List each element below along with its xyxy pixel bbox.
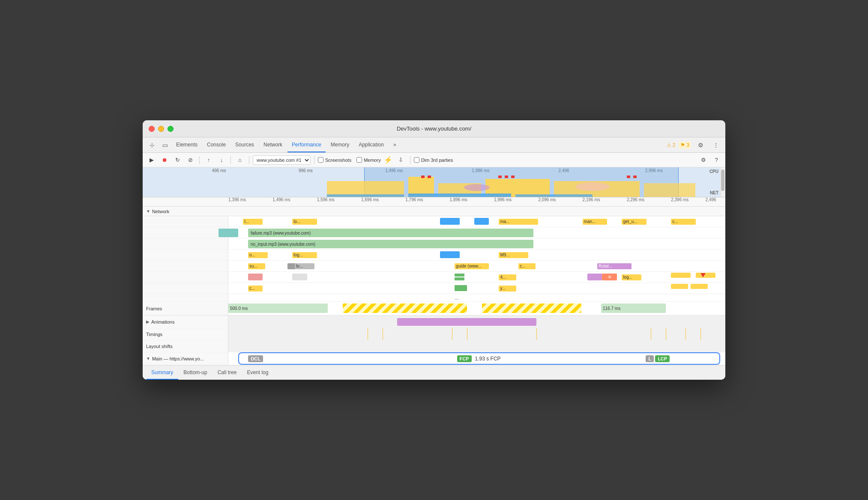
net-bar-o[interactable]: o...: [248, 252, 268, 258]
close-button[interactable]: [149, 126, 155, 132]
net-bar-blue1[interactable]: [440, 218, 460, 225]
network-label: Network: [152, 209, 169, 214]
target-select[interactable]: www.youtube.com #1: [253, 155, 311, 165]
net-bar-gear[interactable]: ⚙: [602, 274, 617, 280]
net-bar-pink[interactable]: [248, 274, 263, 280]
svg-rect-15: [515, 194, 593, 197]
bottom-tabs-bar: Summary Bottom-up Call tree Event log: [143, 365, 725, 380]
svg-rect-14: [408, 193, 511, 197]
toolbar: ▶ ⏺ ↻ ⊘ ↑ ↓ ⌂ www.youtube.com #1 Screens…: [143, 153, 725, 167]
more-options-icon[interactable]: ⋮: [710, 139, 722, 151]
timings-label: Timings: [143, 328, 228, 340]
timing-line-8: [685, 328, 686, 340]
net-bar-log[interactable]: log...: [292, 252, 317, 258]
net-bar-lo2[interactable]: lo...: [295, 263, 314, 269]
overview-scrollbar[interactable]: [720, 167, 725, 197]
animations-expand[interactable]: ▶: [146, 319, 150, 324]
home-icon[interactable]: ⌂: [234, 155, 245, 166]
net-bar-noinput-mp3[interactable]: no_input.mp3 (www.youtube.com): [248, 240, 533, 248]
animations-label[interactable]: ▶ Animations: [143, 315, 228, 328]
net-bar-log2[interactable]: log...: [622, 274, 641, 280]
network-expand-arrow[interactable]: ▼: [146, 209, 150, 214]
screenshots-checkbox[interactable]: [318, 157, 323, 163]
warning-badge[interactable]: ⚠ 2: [667, 142, 676, 148]
tab-event-log[interactable]: Event log: [242, 366, 273, 380]
net-bar-guide[interactable]: guide (www...: [455, 263, 489, 269]
svg-rect-23: [482, 304, 581, 313]
frames-content: 500.0 ms: [228, 302, 725, 315]
settings-icon[interactable]: ⚙: [694, 139, 706, 151]
memory-icon[interactable]: ⚡: [383, 155, 394, 166]
tab-bottom-up[interactable]: Bottom-up: [178, 366, 212, 380]
timing-line-4: [467, 328, 467, 340]
main-label[interactable]: ▼ Main — https://www.yo...: [143, 352, 228, 365]
net-bar-man[interactable]: man...: [583, 219, 607, 225]
fcp-value: 1.93 s FCP: [475, 356, 501, 362]
net-bar-y[interactable]: y...: [499, 286, 516, 292]
network-track-misc4: c... y...: [143, 283, 725, 294]
net-label: NET: [710, 190, 718, 195]
dcl-marker: DCL: [248, 355, 263, 362]
toolbar-help-icon[interactable]: ?: [711, 155, 722, 166]
net-bar-get[interactable]: get_u...: [622, 219, 646, 225]
tracks-container: ▼ Network l... lo... ma... man... get_u.…: [143, 207, 725, 365]
net-bar-blue2[interactable]: [474, 218, 489, 225]
tab-network[interactable]: Network: [259, 137, 287, 152]
net-bar-l[interactable]: l...: [243, 219, 263, 225]
error-badge[interactable]: ⚑ 3: [679, 142, 691, 149]
net-bar-m9[interactable]: M9...: [499, 252, 528, 258]
tab-elements[interactable]: Elements: [172, 137, 202, 152]
screenshots-checkbox-group: Screenshots: [318, 157, 351, 163]
net-bar-yel4[interactable]: [691, 284, 708, 289]
toolbar-settings-icon[interactable]: ⚙: [698, 155, 709, 166]
tab-memory[interactable]: Memory: [326, 137, 353, 152]
net-bar-green2[interactable]: [455, 277, 464, 280]
tab-summary[interactable]: Summary: [146, 366, 178, 380]
tab-performance[interactable]: Performance: [287, 137, 326, 152]
net-bar-c[interactable]: c...: [671, 219, 695, 225]
throttle-icon[interactable]: ⇩: [395, 155, 407, 166]
net-bar-yel3[interactable]: [671, 284, 688, 289]
net-bar-c3[interactable]: c...: [248, 286, 263, 292]
tab-call-tree[interactable]: Call tree: [213, 366, 242, 380]
record-icon[interactable]: ⏺: [159, 155, 170, 166]
cursor-icon[interactable]: ⊹: [146, 139, 158, 151]
net-bar-failure-mp3[interactable]: failure.mp3 (www.youtube.com): [248, 229, 533, 237]
tab-application[interactable]: Application: [354, 137, 388, 152]
tab-console[interactable]: Console: [203, 137, 230, 152]
reload-icon[interactable]: ↻: [172, 155, 183, 166]
net-bar-purple1[interactable]: [587, 274, 602, 280]
tab-sources[interactable]: Sources: [231, 137, 258, 152]
memory-checkbox[interactable]: [356, 157, 362, 163]
tab-more[interactable]: »: [389, 137, 401, 152]
maximize-button[interactable]: [168, 126, 174, 132]
net-bar-su[interactable]: su...: [248, 263, 265, 269]
net-bar-yel1[interactable]: [671, 273, 691, 278]
device-icon[interactable]: ▭: [159, 139, 171, 151]
net-bar-rotate[interactable]: Rotat...: [597, 263, 632, 269]
animations-row: ▶ Animations: [143, 315, 725, 328]
net-bar-c2[interactable]: c...: [518, 263, 536, 269]
frame-seg-2: [343, 304, 467, 313]
net-bar-green1[interactable]: [455, 274, 464, 277]
timings-content: [228, 328, 725, 340]
clear-icon[interactable]: ⊘: [185, 155, 196, 166]
main-expand[interactable]: ▼: [146, 356, 150, 361]
time-ruler: 1,396 ms 1,496 ms 1,596 ms 1,696 ms 1,79…: [143, 197, 725, 207]
net-bar-4[interactable]: 4...: [499, 274, 516, 280]
network-track-failure: failure.mp3 (www.youtube.com): [143, 227, 725, 238]
net-bar-ma[interactable]: ma...: [499, 219, 538, 225]
net-bar-lo[interactable]: lo...: [292, 219, 317, 225]
upload-icon[interactable]: ↑: [203, 155, 214, 166]
net-bar-green3[interactable]: [455, 285, 467, 291]
net-bar-gray2[interactable]: [292, 274, 307, 280]
minimize-button[interactable]: [158, 126, 164, 132]
scrollbar-thumb[interactable]: [721, 170, 724, 191]
dim3rd-checkbox[interactable]: [414, 157, 419, 163]
layout-shifts-label: Layout shifts: [143, 340, 228, 352]
download-icon[interactable]: ↓: [216, 155, 227, 166]
ruler-tick-9: 2,296 ms: [627, 197, 644, 202]
main-row: ▼ Main — https://www.yo... DCL FCP 1.93 …: [143, 352, 725, 365]
record-sidebar-icon[interactable]: ▶: [146, 155, 157, 166]
net-bar-blue3[interactable]: [440, 251, 460, 258]
